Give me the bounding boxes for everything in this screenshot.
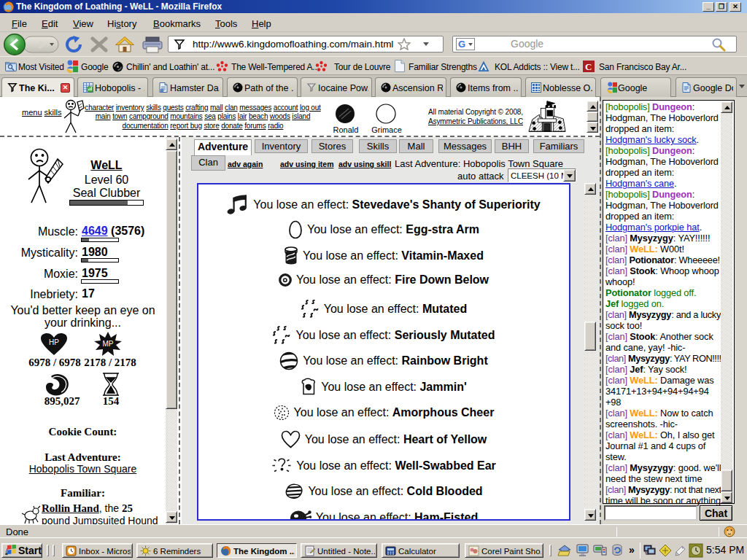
svg-text:HP: HP xyxy=(49,338,59,346)
svg-text:C: C xyxy=(585,61,592,72)
svg-text:MP: MP xyxy=(103,340,114,348)
